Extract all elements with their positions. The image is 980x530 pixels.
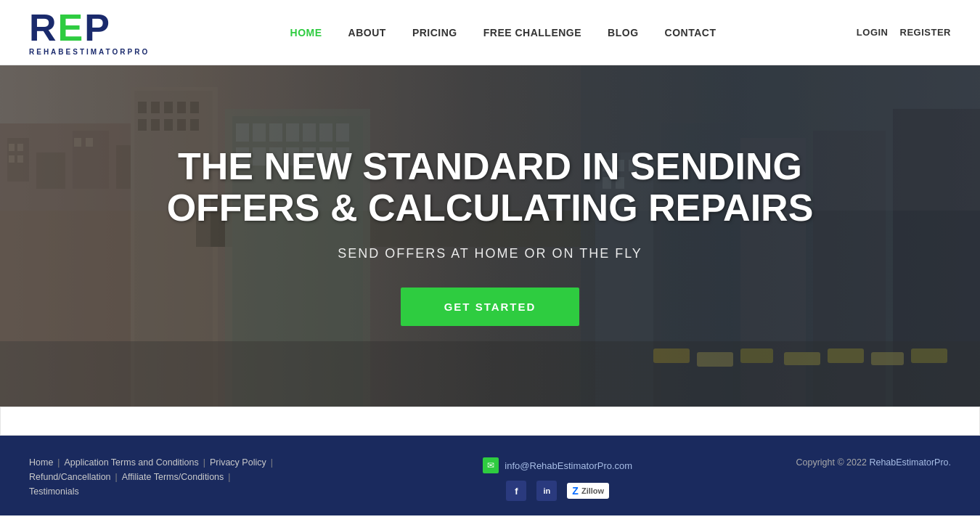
nav-contact[interactable]: CONTACT <box>665 27 716 38</box>
footer-link-terms[interactable]: Application Terms and Conditions <box>64 457 198 468</box>
footer-email-link[interactable]: info@RehabEstimatorPro.com <box>505 460 632 471</box>
footer-links-row-1: Home | Application Terms and Conditions … <box>29 457 319 468</box>
hero-title: THE NEW STANDARD IN SENDING OFFERS & CAL… <box>163 146 817 229</box>
copyright-brand-link[interactable]: RehabEstimatorPro. <box>869 457 951 468</box>
main-nav: HOME ABOUT PRICING FREE CHALLENGE BLOG C… <box>290 27 716 38</box>
zillow-badge[interactable]: Z Zillow <box>567 483 609 499</box>
footer-links: Home | Application Terms and Conditions … <box>29 457 319 497</box>
hero-content: THE NEW STANDARD IN SENDING OFFERS & CAL… <box>0 65 980 407</box>
footer-contact: ✉ info@RehabEstimatorPro.com f in Z Zill… <box>483 457 632 501</box>
copyright-text: Copyright © 2022 RehabEstimatorPro. <box>796 457 951 468</box>
footer-links-row-2: Refund/Cancellation | Affiliate Terms/Co… <box>29 472 319 482</box>
facebook-icon[interactable]: f <box>506 481 526 501</box>
auth-section: LOGIN REGISTER <box>857 27 951 38</box>
footer-link-testimonials[interactable]: Testimonials <box>29 486 79 497</box>
nav-about[interactable]: ABOUT <box>348 27 386 38</box>
logo-subtitle: RehabEstimatorPro <box>29 48 150 56</box>
footer-links-row-3: Testimonials <box>29 486 319 497</box>
logo[interactable]: REP RehabEstimatorPro <box>29 9 150 56</box>
email-icon: ✉ <box>483 457 499 473</box>
content-band <box>0 407 980 436</box>
get-started-button[interactable]: GET STARTED <box>401 288 580 326</box>
linkedin-icon[interactable]: in <box>536 481 557 501</box>
footer-copyright: Copyright © 2022 RehabEstimatorPro. <box>796 457 951 468</box>
nav-pricing[interactable]: PRICING <box>412 27 457 38</box>
footer-link-home[interactable]: Home <box>29 457 53 468</box>
footer-link-refund[interactable]: Refund/Cancellation <box>29 472 111 482</box>
footer-link-privacy[interactable]: Privacy Policy <box>210 457 266 468</box>
hero-subtitle: SEND OFFERS AT HOME OR ON THE FLY <box>338 246 642 261</box>
zillow-z: Z <box>572 485 579 497</box>
footer-social: f in Z Zillow <box>506 481 609 501</box>
site-footer: Home | Application Terms and Conditions … <box>0 436 980 515</box>
site-header: REP RehabEstimatorPro HOME ABOUT PRICING… <box>0 0 980 65</box>
logo-r: R <box>29 7 58 49</box>
nav-free-challenge[interactable]: FREE CHALLENGE <box>483 27 581 38</box>
logo-e: E <box>58 7 85 49</box>
nav-home[interactable]: HOME <box>290 27 322 38</box>
footer-email-row: ✉ info@RehabEstimatorPro.com <box>483 457 632 473</box>
register-link[interactable]: REGISTER <box>900 27 951 38</box>
footer-inner: Home | Application Terms and Conditions … <box>29 457 951 501</box>
zillow-text: Zillow <box>581 486 604 495</box>
nav-blog[interactable]: BLOG <box>608 27 638 38</box>
footer-link-affiliate[interactable]: Affiliate Terms/Conditions <box>122 472 224 482</box>
logo-p: P <box>84 7 111 49</box>
hero-section: THE NEW STANDARD IN SENDING OFFERS & CAL… <box>0 65 980 407</box>
login-link[interactable]: LOGIN <box>857 27 889 38</box>
